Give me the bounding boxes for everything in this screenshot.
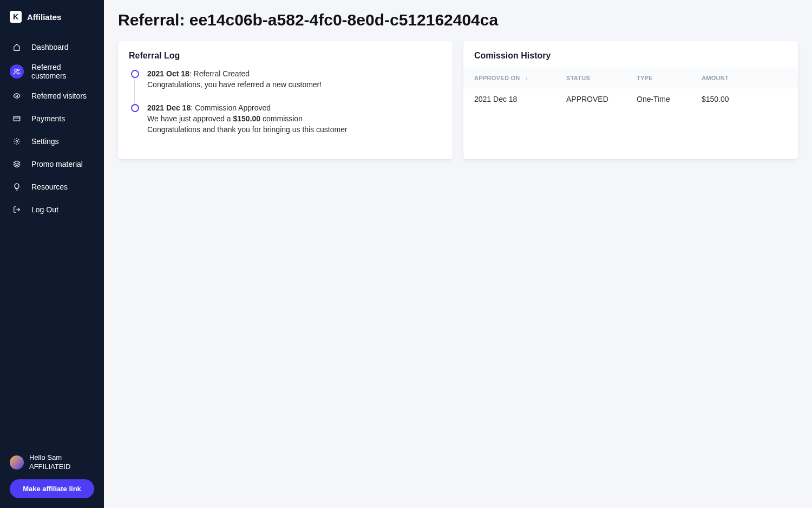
card-icon [10,112,24,126]
avatar [10,455,24,470]
sidebar-item-settings[interactable]: Settings [0,130,104,153]
sidebar-item-dashboard[interactable]: Dashboard [0,36,104,58]
sidebar-item-referred-visitors[interactable]: Referred visitors [0,84,104,107]
sidebar-item-label: Payments [31,114,65,123]
svg-rect-3 [14,116,20,121]
brand[interactable]: K Affiliates [0,11,104,32]
sidebar-spacer [0,221,104,453]
sidebar-item-label: Resources [31,183,68,191]
user-greeting: Hello Sam [29,453,70,463]
sidebar-item-label: Dashboard [31,43,69,51]
sidebar-item-label: Log Out [31,205,58,214]
sidebar-item-payments[interactable]: Payments [0,107,104,130]
logout-icon [10,203,24,217]
brand-logo: K [10,11,22,23]
user-id: AFFILIATEID [29,463,70,472]
page-title: Referral: ee14c06b-a582-4fc0-8e0d-c51216… [118,11,798,29]
commission-row[interactable]: 2021 Dec 18APPROVEDOne-Time$150.00 [463,88,798,110]
sidebar-item-label: Referred visitors [31,92,87,100]
sidebar-item-promo-material[interactable]: Promo material [0,153,104,175]
col-approved-on-label: APPROVED ON [474,75,520,81]
timeline-entry: 2021 Oct 18: Referral CreatedCongratulat… [129,68,442,102]
entry-title: : Commission Approved [191,103,271,112]
col-status-header[interactable]: STATUS [566,75,637,81]
col-type-header[interactable]: TYPE [637,75,702,81]
bulb-icon [10,180,24,194]
cards-row: Referral Log 2021 Oct 18: Referral Creat… [118,41,798,159]
referral-log-card: Referral Log 2021 Oct 18: Referral Creat… [118,41,453,159]
sidebar: K Affiliates DashboardReferred customers… [0,0,104,508]
sort-arrow-icon: ↓ [525,75,528,81]
commission-table-body: 2021 Dec 18APPROVEDOne-Time$150.00 [463,88,798,110]
entry-line: We have just approved a $150.00 commissi… [147,113,442,124]
users-icon [10,64,24,79]
cell-status: APPROVED [566,95,637,103]
timeline-entry: 2021 Dec 18: Commission ApprovedWe have … [129,102,442,138]
commission-table-header: APPROVED ON ↓ STATUS TYPE AMOUNT [463,68,798,88]
referral-log-heading: Referral Log [118,41,453,68]
eye-icon [10,89,24,103]
sidebar-item-resources[interactable]: Resources [0,175,104,198]
gear-icon [10,134,24,148]
sidebar-item-referred-customers[interactable]: Referred customers [0,58,104,84]
entry-date: 2021 Dec 18 [147,103,191,112]
home-icon [10,40,24,54]
referral-log-timeline: 2021 Oct 18: Referral CreatedCongratulat… [118,68,453,148]
svg-point-0 [15,69,17,71]
main-content: Referral: ee14c06b-a582-4fc0-8e0d-c51216… [104,0,812,508]
make-affiliate-link-button[interactable]: Make affiliate link [10,479,94,498]
cell-type: One-Time [637,95,702,103]
layers-icon [10,157,24,171]
entry-title: : Referral Created [189,69,250,78]
svg-point-2 [16,95,18,97]
cell-approved-on: 2021 Dec 18 [474,95,566,103]
entry-date: 2021 Oct 18 [147,69,189,78]
svg-marker-6 [14,161,20,164]
col-amount-header[interactable]: AMOUNT [702,75,787,81]
commission-history-heading: Comission History [463,41,798,68]
sidebar-item-label: Settings [31,137,59,146]
entry-line: Congratulations and thank you for bringi… [147,124,442,135]
brand-name: Affiliates [27,12,61,22]
sidebar-item-label: Referred customers [31,63,94,80]
cell-amount: $150.00 [702,95,787,103]
user-block[interactable]: Hello Sam AFFILIATEID [0,453,104,479]
entry-line: Congratulations, you have referred a new… [147,79,442,90]
col-approved-on-header[interactable]: APPROVED ON ↓ [474,75,566,81]
sidebar-item-log-out[interactable]: Log Out [0,198,104,221]
sidebar-item-label: Promo material [31,160,83,168]
user-lines: Hello Sam AFFILIATEID [29,453,70,472]
sidebar-nav: DashboardReferred customersReferred visi… [0,36,104,221]
svg-point-5 [16,140,18,142]
commission-history-card: Comission History APPROVED ON ↓ STATUS T… [463,41,798,159]
svg-point-1 [17,69,19,70]
